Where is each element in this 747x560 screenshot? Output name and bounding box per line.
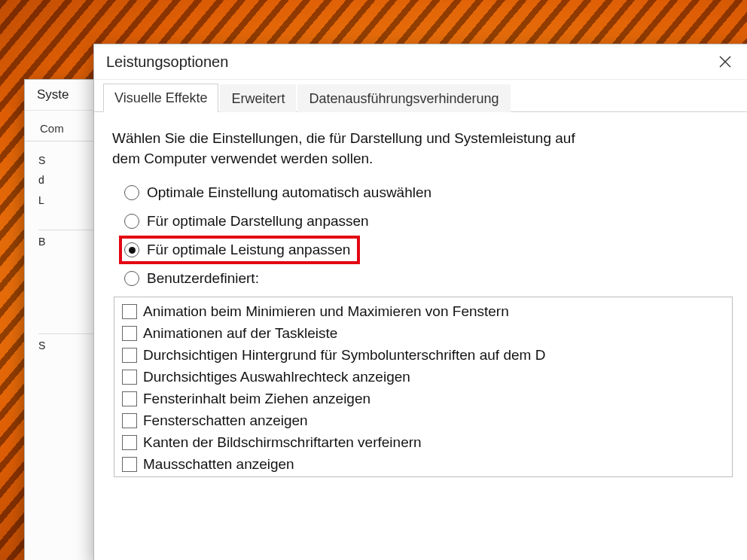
tab-advanced[interactable]: Erweitert	[220, 84, 296, 112]
checkbox-icon	[122, 304, 137, 319]
check-animate-minmax[interactable]: Animation beim Minimieren und Maximieren…	[122, 302, 732, 321]
check-taskbar-animations[interactable]: Animationen auf der Taskleiste	[122, 324, 732, 343]
tabstrip: Visuelle Effekte Erweitert Datenausführu…	[94, 80, 747, 112]
radio-custom[interactable]: Benutzerdefiniert:	[123, 268, 265, 289]
radio-auto[interactable]: Optimale Einstellung automatisch auswähl…	[123, 182, 438, 203]
checkbox-icon	[122, 457, 137, 472]
close-icon	[719, 56, 731, 68]
radio-icon	[124, 185, 139, 200]
visual-effects-radio-group: Optimale Einstellung automatisch auswähl…	[123, 182, 733, 289]
checkbox-icon	[122, 413, 137, 428]
check-translucent-icon-labels[interactable]: Durchsichtigen Hintergrund für Symbolunt…	[122, 345, 732, 365]
description-text: Wählen Sie die Einstellungen, die für Da…	[112, 129, 594, 169]
check-label: Animationen auf der Taskleiste	[143, 325, 337, 342]
radio-icon	[124, 214, 139, 229]
close-button[interactable]	[707, 48, 743, 75]
check-label: Fensterinhalt beim Ziehen anzeigen	[143, 391, 370, 407]
checkbox-icon	[122, 435, 137, 450]
checkbox-icon	[122, 370, 137, 385]
performance-options-window: Leistungsoptionen Visuelle Effekte Erwei…	[93, 44, 747, 560]
check-smooth-font-edges[interactable]: Kanten der Bildschirmschriftarten verfei…	[122, 433, 732, 452]
radio-best-performance[interactable]: Für optimale Leistung anpassen	[123, 239, 356, 260]
radio-best-appearance[interactable]: Für optimale Darstellung anpassen	[123, 211, 375, 232]
tab-content: Wählen Sie die Einstellungen, die für Da…	[94, 112, 747, 477]
radio-label: Benutzerdefiniert:	[147, 270, 259, 287]
radio-icon	[124, 242, 139, 257]
visual-effects-checklist[interactable]: Animation beim Minimieren und Maximieren…	[114, 297, 733, 477]
check-label: Durchsichtigen Hintergrund für Symbolunt…	[143, 347, 545, 364]
radio-label: Optimale Einstellung automatisch auswähl…	[147, 184, 431, 201]
check-mouse-shadow[interactable]: Mausschatten anzeigen	[122, 455, 732, 474]
titlebar: Leistungsoptionen	[94, 44, 747, 80]
radio-label: Für optimale Leistung anpassen	[147, 242, 350, 258]
checkbox-icon	[122, 391, 137, 406]
check-translucent-selection[interactable]: Durchsichtiges Auswahlrechteck anzeigen	[122, 367, 732, 387]
radio-icon	[124, 271, 139, 286]
check-label: Durchsichtiges Auswahlrechteck anzeigen	[143, 369, 410, 385]
check-label: Fensterschatten anzeigen	[143, 412, 308, 429]
window-title: Leistungsoptionen	[106, 53, 228, 71]
tab-dep[interactable]: Datenausführungsverhinderung	[297, 84, 510, 112]
check-window-shadows[interactable]: Fensterschatten anzeigen	[122, 411, 732, 431]
tab-visual-effects[interactable]: Visuelle Effekte	[103, 84, 218, 112]
radio-label: Für optimale Darstellung anpassen	[147, 213, 369, 230]
check-label: Mausschatten anzeigen	[143, 456, 294, 473]
checkbox-icon	[122, 348, 137, 363]
check-drag-contents[interactable]: Fensterinhalt beim Ziehen anzeigen	[122, 389, 732, 409]
checkbox-icon	[122, 326, 137, 341]
bg-tab-computer[interactable]: Com	[29, 116, 75, 141]
check-label: Kanten der Bildschirmschriftarten verfei…	[143, 434, 422, 451]
check-label: Animation beim Minimieren und Maximieren…	[143, 303, 509, 320]
